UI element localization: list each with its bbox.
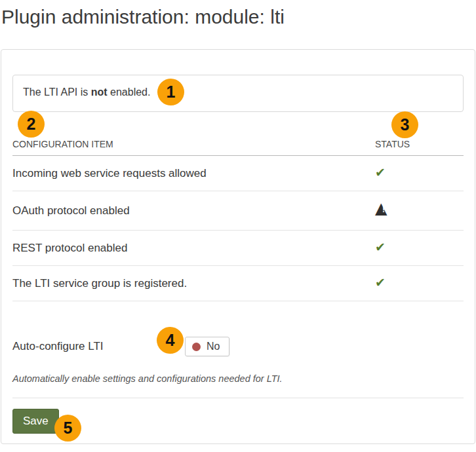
configuration-status-table: CONFIGURATION ITEM STATUS Incoming web s… — [12, 112, 464, 301]
config-item-label: The LTI service group is registered. — [12, 266, 375, 301]
alert-text-prefix: The LTI API is — [23, 86, 91, 98]
column-header-configuration-item: CONFIGURATION ITEM — [12, 112, 375, 156]
config-item-label: REST protocol enabled — [12, 231, 375, 266]
annotation-badge-1: 1 — [157, 79, 184, 105]
table-row: The LTI service group is registered. — [12, 266, 464, 301]
switch-off-dot-icon — [192, 343, 201, 351]
save-button[interactable]: Save — [12, 409, 59, 434]
annotation-badge-3: 3 — [391, 111, 418, 138]
annotation-badge-5: 5 — [54, 415, 81, 442]
auto-configure-switch[interactable]: No — [185, 337, 229, 356]
success-check-icon — [375, 276, 386, 289]
annotation-badge-2: 2 — [18, 111, 45, 138]
column-header-status: STATUS — [375, 112, 464, 156]
switch-state-label: No — [207, 341, 220, 352]
table-row: OAuth protocol enabled — [12, 191, 464, 231]
lti-api-status-alert: The LTI API is not enabled. — [12, 75, 464, 112]
alert-text-suffix: enabled. — [108, 86, 151, 98]
warning-triangle-icon — [375, 202, 391, 216]
page-title: Plugin administration: module: lti — [1, 6, 476, 28]
success-check-icon — [375, 241, 386, 254]
table-row: Incoming web service requests allowed — [12, 156, 464, 191]
annotation-badge-4: 4 — [157, 327, 184, 354]
alert-text-bold: not — [91, 86, 108, 98]
auto-configure-form-row: Auto-configure LTI No — [12, 337, 464, 356]
table-row: REST protocol enabled — [12, 231, 464, 266]
plugin-config-panel: The LTI API is not enabled. CONFIGURATIO… — [1, 49, 475, 444]
config-item-label: Incoming web service requests allowed — [12, 156, 375, 191]
footer-divider — [12, 398, 464, 398]
auto-configure-help-text: Automatically enable settings and config… — [12, 373, 464, 384]
success-check-icon — [375, 166, 386, 179]
config-item-label: OAuth protocol enabled — [12, 191, 375, 231]
